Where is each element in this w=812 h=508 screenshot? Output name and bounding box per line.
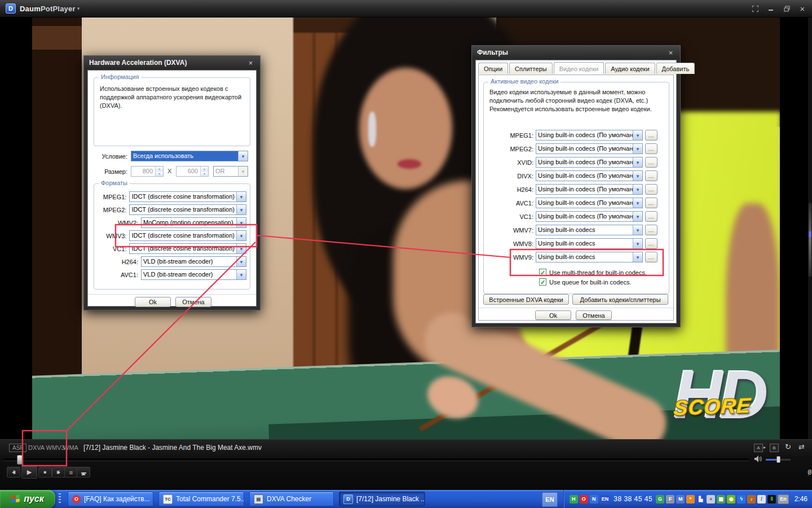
chevron-down-icon[interactable]: ▾ bbox=[236, 244, 246, 253]
tray-language-indicator[interactable]: En bbox=[778, 494, 789, 504]
tab[interactable]: Добавить bbox=[656, 63, 695, 74]
checkbox[interactable]: ✓ bbox=[539, 269, 546, 276]
tray-icon-power[interactable]: ϟ bbox=[737, 495, 745, 503]
tray-icon-wand[interactable]: / bbox=[757, 495, 766, 503]
tray-icon-gear[interactable]: * bbox=[686, 495, 695, 503]
checkbox[interactable]: ✓ bbox=[539, 278, 546, 286]
chevron-down-icon[interactable]: ▾ bbox=[238, 167, 248, 176]
chevron-down-icon[interactable]: ▾ bbox=[633, 225, 642, 235]
chevron-down-icon[interactable]: ▾ bbox=[633, 171, 642, 181]
spin-down-icon[interactable]: ▾ bbox=[156, 172, 163, 177]
codec-combobox[interactable]: Using built-in codecs (По умолчанию) ▾ bbox=[536, 170, 643, 181]
taskbar-button-potplayer[interactable]: D [7/12] Jasmine Black ... bbox=[339, 492, 425, 506]
chevron-down-icon[interactable]: ▾ bbox=[236, 270, 246, 279]
tab[interactable]: Опции bbox=[478, 63, 508, 74]
chevron-down-icon[interactable]: ▾ bbox=[633, 157, 642, 167]
tray-icon-eq[interactable]: ‖ bbox=[767, 495, 776, 503]
chevron-down-icon[interactable]: ▾ bbox=[633, 239, 642, 248]
ok-button[interactable]: Ok bbox=[135, 297, 171, 307]
chevron-down-icon[interactable]: ▾ bbox=[633, 185, 642, 194]
dialog-titlebar[interactable]: Hardware Acceleration (DXVA) × bbox=[84, 56, 260, 69]
tray-icon-nvidia[interactable]: ◉ bbox=[727, 495, 735, 503]
format-combobox[interactable]: VLD (bit-stream decoder) ▾ bbox=[141, 256, 246, 267]
cancel-button[interactable]: Отмена bbox=[175, 297, 211, 307]
chevron-down-icon[interactable]: ▾ bbox=[633, 198, 642, 208]
more-button[interactable]: ... bbox=[645, 170, 657, 181]
format-combobox[interactable]: IDCT (discrete cosine transformation) ▾ bbox=[129, 230, 246, 241]
taskbar-button-opera[interactable]: O [FAQ] Как задейств... bbox=[68, 492, 153, 506]
ok-button[interactable]: Ok bbox=[535, 310, 571, 320]
chevron-down-icon[interactable]: ▾ bbox=[236, 218, 246, 227]
codec-combobox[interactable]: Using built-in codecs ▾ bbox=[536, 252, 643, 262]
format-combobox[interactable]: VLD (bit-stream decoder) ▾ bbox=[141, 269, 246, 280]
format-combobox[interactable]: IDCT (discrete cosine transformation) ▾ bbox=[129, 204, 246, 215]
size-mode-combobox[interactable]: OR ▾ bbox=[213, 166, 248, 177]
add-codecs-splitters-button[interactable]: Добавить кодеки/сплиттеры bbox=[572, 294, 668, 305]
tab[interactable]: Сплиттеры bbox=[509, 63, 553, 74]
open-file-button[interactable] bbox=[77, 467, 90, 478]
format-combobox[interactable]: IDCT (discrete cosine transformation) ▾ bbox=[129, 243, 246, 254]
more-button[interactable]: ... bbox=[645, 143, 657, 154]
seek-bar[interactable] bbox=[3, 458, 749, 461]
tray-icon-update[interactable]: N bbox=[590, 495, 598, 503]
codec-combobox[interactable]: Using built-in codecs (По умолчанию) ▾ bbox=[536, 198, 643, 208]
ab-repeat-a-button[interactable]: A bbox=[754, 444, 763, 452]
spin-up-icon[interactable]: ▴ bbox=[201, 167, 208, 172]
spin-down-icon[interactable]: ▾ bbox=[201, 172, 208, 177]
spin-up-icon[interactable]: ▴ bbox=[156, 167, 163, 172]
height-stepper[interactable]: 600 ▴▾ bbox=[176, 166, 209, 177]
start-button[interactable]: пуск bbox=[0, 490, 55, 508]
tray-icon-graph[interactable]: ▙ bbox=[696, 495, 705, 503]
close-icon[interactable]: × bbox=[246, 59, 255, 67]
tray-icon-speaker[interactable]: ♪ bbox=[747, 495, 756, 503]
dialog-titlebar[interactable]: Фильтры × bbox=[472, 46, 680, 59]
chevron-down-icon[interactable]: ▾ bbox=[633, 144, 642, 154]
codec-combobox[interactable]: Using built-in codecs (По умолчанию) ▾ bbox=[536, 211, 643, 222]
volume-thumb[interactable] bbox=[776, 456, 780, 463]
more-button[interactable]: ... bbox=[645, 184, 657, 195]
chevron-down-icon[interactable]: ▾ bbox=[633, 130, 642, 140]
minimize-button[interactable] bbox=[767, 5, 775, 12]
chevron-down-icon[interactable]: ▾ bbox=[236, 231, 246, 240]
more-button[interactable]: ... bbox=[645, 211, 657, 222]
width-stepper[interactable]: 800 ▴▾ bbox=[131, 166, 164, 177]
more-button[interactable]: ... bbox=[645, 225, 657, 235]
tray-icon-network[interactable]: M bbox=[676, 495, 685, 503]
more-button[interactable]: ... bbox=[645, 252, 657, 262]
builtin-dxva-codecs-button[interactable]: Встроенные DXVA кодеки bbox=[483, 294, 569, 305]
chevron-down-icon[interactable]: ▾ bbox=[633, 212, 642, 221]
close-icon[interactable]: × bbox=[667, 49, 675, 57]
codec-combobox[interactable]: Using built-in codecs (По умолчанию) ▾ bbox=[536, 130, 643, 141]
tab[interactable]: Аудио кодеки bbox=[605, 63, 655, 74]
more-button[interactable]: ... bbox=[645, 157, 657, 168]
stop-button[interactable]: ■ bbox=[38, 467, 52, 478]
tray-icon-shield[interactable]: G bbox=[656, 495, 664, 503]
repeat-icon[interactable]: ↻ bbox=[785, 443, 791, 451]
fullscreen-button[interactable] bbox=[751, 5, 759, 12]
codec-combobox[interactable]: Using built-in codecs ▾ bbox=[536, 238, 643, 249]
format-combobox[interactable]: MoComp (motion compensation) ▾ bbox=[141, 217, 246, 228]
chevron-down-icon[interactable]: ▾ bbox=[238, 151, 248, 161]
tray-icon-volume-alt[interactable]: ● bbox=[707, 495, 715, 503]
more-button[interactable]: ... bbox=[645, 198, 657, 208]
menu-caret-icon[interactable]: ▾ bbox=[77, 6, 80, 11]
tab[interactable]: Видео кодеки bbox=[554, 62, 604, 74]
taskbar-button-total-commander[interactable]: TC Total Commander 7.5... bbox=[158, 492, 244, 506]
taskbar-button-dxva-checker[interactable]: ▤ DXVA Checker bbox=[249, 492, 334, 506]
shuffle-icon[interactable]: ⇄ bbox=[798, 443, 805, 451]
ab-repeat-b-button[interactable]: B bbox=[770, 444, 779, 452]
previous-button[interactable]: ◀ bbox=[7, 467, 20, 478]
chevron-down-icon[interactable]: ▾ bbox=[236, 257, 246, 266]
codec-combobox[interactable]: Using built-in codecs (По умолчанию) ▾ bbox=[536, 143, 643, 154]
tray-icon-messenger[interactable]: H bbox=[570, 495, 578, 503]
next-button[interactable]: ▶ bbox=[52, 467, 65, 478]
codec-combobox[interactable]: Using built-in codecs (По умолчанию) ▾ bbox=[536, 184, 643, 195]
restore-button[interactable] bbox=[783, 5, 791, 12]
language-indicator[interactable]: EN bbox=[542, 492, 558, 507]
cancel-button[interactable]: Отмена bbox=[576, 310, 612, 320]
tray-icon-chip[interactable]: ▦ bbox=[717, 495, 725, 503]
condition-combobox[interactable]: Всегда использовать ▾ bbox=[131, 151, 248, 161]
close-button[interactable]: × bbox=[798, 5, 806, 12]
play-button[interactable]: ▶ bbox=[21, 465, 37, 479]
format-combobox[interactable]: IDCT (discrete cosine transformation) ▾ bbox=[129, 191, 246, 202]
